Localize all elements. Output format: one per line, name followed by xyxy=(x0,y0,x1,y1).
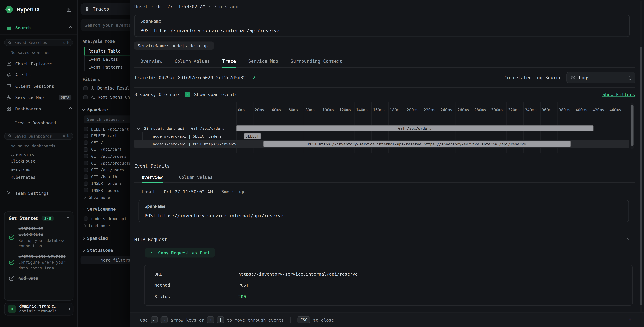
hyperdx-app: HyperDX Search ⌘ K No saved searches Cha… xyxy=(0,0,644,327)
sidebar-item-alerts[interactable]: Alerts xyxy=(0,69,77,80)
checkbox[interactable] xyxy=(84,86,88,90)
timeline-span-row[interactable]: nodejs-demo-api | SELECT ordersSELECT xyxy=(134,132,635,140)
checkbox[interactable] xyxy=(84,148,88,152)
timeline-span-label[interactable]: nodejs-demo-api | SELECT orders xyxy=(134,132,236,140)
checkbox[interactable] xyxy=(84,154,88,158)
page-scrollbar-thumb[interactable] xyxy=(640,47,642,305)
grid-icon xyxy=(6,106,12,112)
checkbox[interactable] xyxy=(84,95,88,99)
event-timestamp: Oct 27 11:50:02 AM xyxy=(156,4,206,10)
tab-service-map[interactable]: Service Map xyxy=(248,56,278,67)
value-label: DELETE cart xyxy=(91,134,117,138)
beta-badge: BETA xyxy=(58,95,72,100)
sidebar-item-client-sessions[interactable]: Client Sessions xyxy=(0,80,77,92)
preset-item-clickhouse[interactable]: ClickHouse xyxy=(0,157,77,165)
timeline-tick-label: 40ms xyxy=(272,108,281,112)
checkbox[interactable] xyxy=(84,216,88,220)
get-started-item[interactable]: Add Data xyxy=(8,275,69,282)
sidebar-item-search[interactable]: Search xyxy=(0,23,77,32)
divider xyxy=(78,35,130,35)
get-started-item[interactable]: Create Data SourcesConfigure where your … xyxy=(8,253,69,271)
checkbox[interactable] xyxy=(84,140,88,144)
checkbox[interactable] xyxy=(84,168,88,172)
http-request-table: URLhttps://inventory-service.internal/ap… xyxy=(144,265,632,306)
preset-item-kubernetes[interactable]: Kubernetes xyxy=(0,173,77,182)
value-label: INSERT users xyxy=(91,188,120,192)
get-started-progress-badge: 3/3 xyxy=(42,216,54,221)
sidebar-collapse-icon[interactable] xyxy=(66,7,72,12)
checkbox[interactable] xyxy=(84,182,88,186)
saved-dashboards-input[interactable] xyxy=(14,134,60,138)
timeline-scrollbar[interactable] xyxy=(631,103,634,149)
checkbox[interactable] xyxy=(84,161,88,165)
sidebar-item-dashboards[interactable]: Dashboards xyxy=(0,103,77,114)
timeline-span-row[interactable]: (2)nodejs-demo-api | GET /api/ordersGET … xyxy=(134,124,635,132)
http-row-key: URL xyxy=(154,272,238,276)
close-icon[interactable]: × xyxy=(628,316,632,322)
edit-pencil-icon[interactable] xyxy=(251,75,256,80)
layers-icon xyxy=(85,6,90,12)
separator: · xyxy=(208,4,211,10)
create-dashboard-button[interactable]: Create Dashboard xyxy=(0,117,77,128)
hierarchy-icon xyxy=(90,94,96,100)
search-filters-panel: Traces Analysis Mode Results TableEvent … xyxy=(78,0,130,327)
sidebar-item-team-settings[interactable]: Team Settings xyxy=(0,188,77,198)
timeline-span-label[interactable]: (2)nodejs-demo-api | GET /api/orders xyxy=(134,124,236,132)
timeline-tick-label: 340ms xyxy=(525,108,537,112)
saved-searches-search[interactable]: ⌘ K xyxy=(4,39,73,46)
timeline-span-bar[interactable]: SELECT xyxy=(244,133,261,139)
chevron-right-icon xyxy=(82,237,85,240)
plus-icon xyxy=(6,120,11,125)
tab-trace[interactable]: Trace xyxy=(222,56,236,68)
timeline-span-bar[interactable]: POST https://inventory-service.internal/… xyxy=(263,141,570,147)
show-filters-link[interactable]: Show Filters xyxy=(602,92,635,98)
timeline-span-row[interactable]: nodejs-demo-api | POST https://inventory… xyxy=(134,140,635,148)
timeline-tick-label: 160ms xyxy=(373,108,385,112)
timeline-span-label[interactable]: nodejs-demo-api | POST https://inventory… xyxy=(134,140,236,148)
timeline-tick-label: 300ms xyxy=(491,108,503,112)
timeline-scrollbar-thumb[interactable] xyxy=(631,105,634,146)
sidebar-item-label: Dashboards xyxy=(15,106,41,111)
tab-column-values[interactable]: Column Values xyxy=(174,56,210,67)
sidebar-item-label: Alerts xyxy=(15,72,31,77)
service-name-tag[interactable]: ServiceName: nodejs-demo-api xyxy=(134,42,214,50)
search-icon xyxy=(8,134,12,138)
copy-request-as-curl-button[interactable]: Copy Request as Curl xyxy=(145,248,215,258)
collapse-section-icon[interactable] xyxy=(626,238,629,241)
value-label: GET /api/users xyxy=(91,168,124,172)
chevron-right-icon xyxy=(84,196,86,199)
timeline-span-bar[interactable]: GET /api/orders xyxy=(236,125,593,132)
log-source-select[interactable]: Logs xyxy=(566,72,635,84)
no-saved-searches-note: No saved searches xyxy=(11,50,77,55)
sidebar-item-chart-explorer[interactable]: Chart Explorer xyxy=(0,58,77,69)
user-menu[interactable]: D dominic.tran@c… dominic.tran@cli… xyxy=(4,302,74,315)
brand-title: HyperDX xyxy=(16,6,40,12)
get-started-title: Get Started xyxy=(8,216,38,221)
http-row-key: Status xyxy=(154,294,238,299)
value-label: GET /api/cart xyxy=(91,147,122,152)
sidebar-item-service-map[interactable]: Service MapBETA xyxy=(0,92,77,103)
saved-dashboards-search[interactable]: ⌘ K xyxy=(4,132,73,139)
tab-overview[interactable]: Overview xyxy=(142,172,162,183)
checkbox[interactable] xyxy=(84,175,88,179)
spans-summary: 3 spans, 0 errors xyxy=(134,92,180,98)
denoise-icon xyxy=(90,86,95,91)
tab-overview[interactable]: Overview xyxy=(140,56,162,67)
no-saved-dashboards-note: No saved dashboards xyxy=(11,144,77,148)
get-started-item[interactable]: Connect to ClickHouseSet up your databas… xyxy=(8,226,69,249)
get-started-header[interactable]: Get Started 3/3 xyxy=(8,216,69,221)
checkbox[interactable] xyxy=(84,127,88,131)
tab-column-values[interactable]: Column Values xyxy=(179,172,213,182)
show-span-events-checkbox[interactable]: ✓ xyxy=(185,92,190,98)
span-label-text: nodejs-demo-api | SELECT orders xyxy=(153,134,222,138)
timeline-tick-label: 440ms xyxy=(609,108,621,112)
preset-item-services[interactable]: Services xyxy=(0,165,77,173)
checkbox[interactable] xyxy=(84,134,88,138)
checkbox[interactable] xyxy=(84,188,88,192)
get-started-item-title: Connect to ClickHouse xyxy=(18,226,69,238)
http-row-value: 200 xyxy=(238,294,246,299)
presets-header[interactable]: PRESETS xyxy=(12,153,77,157)
saved-searches-input[interactable] xyxy=(14,40,60,45)
question-circle-icon xyxy=(8,275,15,282)
tab-surrounding-context[interactable]: Surrounding Context xyxy=(290,56,342,67)
